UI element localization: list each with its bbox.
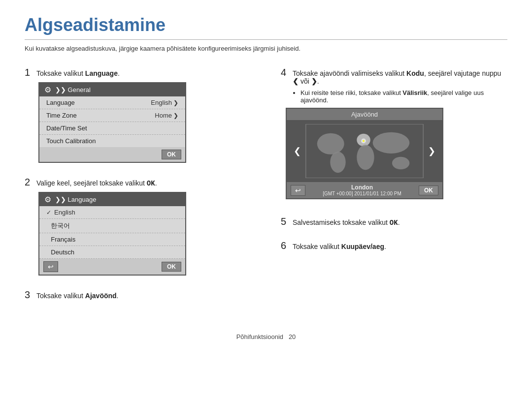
menu-row-touchcal[interactable]: Touch Calibration <box>39 135 185 147</box>
step-2-keyword: OK <box>147 180 155 187</box>
footer-page-number: 20 <box>289 333 296 340</box>
language-menu-body: ✓ English 한국어 Français Deutsch <box>39 206 185 259</box>
step-6: 6 Toksake valikut Kuupäev/aeg. <box>281 240 507 255</box>
svg-point-5 <box>373 132 410 154</box>
language-menu-ui: ⚙ ❯❯ Language ✓ English 한국어 Français <box>38 192 186 276</box>
step-4-bullet-item: Kui reisite teise riiki, toksake valikut… <box>300 89 507 104</box>
general-ok-button[interactable]: OK <box>162 150 181 159</box>
svg-point-2 <box>330 152 345 173</box>
menu-row-touchcal-label: Touch Calibration <box>46 137 96 145</box>
world-map-left-arrow[interactable]: ❮ <box>292 145 303 157</box>
menu-row-language-label: Language <box>46 99 75 106</box>
step-6-text: Toksake valikut Kuupäev/aeg. <box>293 243 386 250</box>
step-2-number: 2 <box>25 177 33 188</box>
lang-row-french[interactable]: Français <box>39 233 185 246</box>
svg-point-4 <box>357 145 374 170</box>
language-menu-header: ⚙ ❯❯ Language <box>39 193 185 206</box>
step-1-number: 1 <box>25 67 33 78</box>
step-1-keyword: Language <box>85 69 118 77</box>
step-4-number: 4 <box>281 67 290 78</box>
step-2-text: Valige keel, seejärel toksake valikut OK… <box>36 179 157 187</box>
page-footer: Põhifunktsioonid 20 <box>25 333 507 340</box>
menu-row-datetime-label: Date/Time Set <box>46 124 87 132</box>
world-map-city-info: London [GMT +00:00] 2011/01/01 12:00 PM <box>305 184 419 196</box>
step-5-number: 5 <box>281 216 290 227</box>
step-3-number: 3 <box>25 289 33 301</box>
step-3-text: Toksake valikut Ajavöönd. <box>36 292 119 300</box>
lang-label-korean: 한국어 <box>51 221 70 230</box>
language-menu-footer: ↩ OK <box>39 259 185 275</box>
step-3: 3 Toksake valikut Ajavöönd. <box>25 289 251 305</box>
step-5: 5 Salvestamiseks toksake valikut OK. <box>281 216 507 231</box>
world-map-city: London <box>305 184 419 191</box>
lang-label-french: Français <box>51 236 75 243</box>
world-map-header: Ajavöönd <box>287 109 442 120</box>
gear-icon-2: ⚙ <box>44 195 51 204</box>
check-icon: ✓ <box>46 209 51 216</box>
footer-text: Põhifunktsioonid <box>236 333 283 340</box>
lang-label-german: Deutsch <box>51 248 74 256</box>
arrow-left-icon: ❮ <box>293 77 299 85</box>
step-4-text: Toksake ajavööndi valimiseks valikut Kod… <box>293 69 507 85</box>
arrow-right-icon: ❯ <box>311 77 317 85</box>
no-check-icon <box>46 222 48 229</box>
general-menu-ui: ⚙ ❯❯ General Language English ❯ Time Zon… <box>38 82 186 163</box>
no-check-icon-3 <box>46 249 48 256</box>
world-map-time: [GMT +00:00] 2011/01/01 12:00 PM <box>305 191 419 196</box>
step-4-bullet-keyword: Välisriik <box>402 89 427 96</box>
general-menu-title: ❯❯ General <box>55 86 91 93</box>
lang-row-german[interactable]: Deutsch <box>39 246 185 259</box>
step-6-number: 6 <box>281 240 290 251</box>
world-map-ok-button[interactable]: OK <box>419 185 438 195</box>
step-4-keyword: Kodu <box>406 69 424 77</box>
language-back-button[interactable]: ↩ <box>43 261 58 272</box>
step-3-keyword: Ajavöönd <box>85 292 117 300</box>
menu-row-timezone-value: Home ❯ <box>155 112 178 119</box>
menu-row-language-value: English ❯ <box>151 99 178 106</box>
step-1-text: Toksake valikut Language. <box>36 69 120 77</box>
svg-point-8 <box>363 140 365 142</box>
page-subtitle: Kui kuvatakse algseadistuskuva, järgige … <box>25 45 507 52</box>
language-menu-title: ❯❯ Language <box>55 196 96 203</box>
step-4: 4 Toksake ajavööndi valimiseks valikut K… <box>281 67 507 199</box>
general-menu-footer: OK <box>39 147 185 162</box>
lang-row-korean[interactable]: 한국어 <box>39 219 185 233</box>
menu-row-datetime[interactable]: Date/Time Set <box>39 122 185 135</box>
step-4-bullet-list: Kui reisite teise riiki, toksake valikut… <box>296 89 507 104</box>
lang-row-english[interactable]: ✓ English <box>39 206 185 219</box>
world-map-image <box>305 124 424 178</box>
menu-row-timezone-label: Time Zone <box>46 112 77 119</box>
language-ok-button[interactable]: OK <box>162 262 181 272</box>
general-menu-body: Language English ❯ Time Zone Home ❯ Date… <box>39 96 185 147</box>
world-map-svg <box>306 124 423 178</box>
page-title: Algseadistamine <box>25 15 507 40</box>
menu-row-timezone[interactable]: Time Zone Home ❯ <box>39 109 185 122</box>
step-5-text: Salvestamiseks toksake valikut OK. <box>293 218 400 227</box>
step-2: 2 Valige keel, seejärel toksake valikut … <box>25 177 251 280</box>
lang-label-english: English <box>54 209 75 216</box>
menu-row-language[interactable]: Language English ❯ <box>39 96 185 109</box>
no-check-icon-2 <box>46 236 48 243</box>
world-map-ui: Ajavöönd ❮ <box>286 108 443 199</box>
world-map-body: ❮ <box>287 120 442 182</box>
gear-icon: ⚙ <box>44 85 51 94</box>
step-6-keyword: Kuupäev/aeg <box>341 243 384 250</box>
world-map-right-arrow[interactable]: ❯ <box>426 145 437 157</box>
step-1: 1 Toksake valikut Language. ⚙ ❯❯ General… <box>25 67 251 168</box>
general-menu-header: ⚙ ❯❯ General <box>39 83 185 96</box>
world-map-back-button[interactable]: ↩ <box>291 185 305 196</box>
step-5-keyword: OK <box>390 219 398 227</box>
world-map-footer: ↩ London [GMT +00:00] 2011/01/01 12:00 P… <box>287 182 442 198</box>
svg-point-6 <box>392 157 409 170</box>
svg-point-1 <box>317 133 344 154</box>
